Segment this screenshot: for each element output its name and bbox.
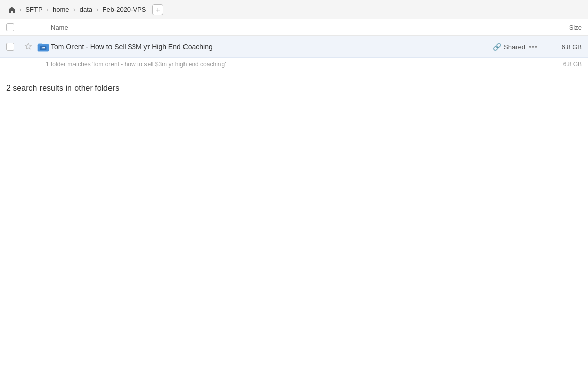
star-button[interactable] xyxy=(21,40,35,54)
add-tab-button[interactable]: + xyxy=(152,4,163,15)
home-icon[interactable] xyxy=(6,4,17,15)
more-options-button[interactable]: ••• xyxy=(525,40,541,54)
breadcrumb-feb2020vps[interactable]: Feb-2020-VPS xyxy=(100,5,148,14)
breadcrumb-sftp[interactable]: SFTP xyxy=(23,5,44,14)
breadcrumb-data[interactable]: data xyxy=(78,5,94,14)
other-results-heading: 2 search results in other folders xyxy=(0,71,588,99)
match-info-bar: 1 folder matches 'tom orent - how to sel… xyxy=(0,58,588,71)
breadcrumb-sep-1: › xyxy=(47,6,49,13)
breadcrumb-sep-0: › xyxy=(19,6,21,13)
link-icon: 🔗 xyxy=(493,43,501,51)
file-name[interactable]: Tom Orent - How to Sell $3M yr High End … xyxy=(51,43,464,51)
table-header: Name Size xyxy=(0,19,588,36)
select-all-checkbox[interactable] xyxy=(6,23,14,31)
table-row[interactable]: Tom Orent - How to Sell $3M yr High End … xyxy=(0,36,588,58)
match-text: 1 folder matches 'tom orent - how to sel… xyxy=(46,61,226,68)
shared-label: Shared xyxy=(504,43,525,51)
row-checkbox[interactable] xyxy=(6,43,14,51)
file-size: 6.8 GB xyxy=(541,43,582,51)
more-icon: ••• xyxy=(529,43,538,51)
breadcrumb: › SFTP › home › data › Feb-2020-VPS + xyxy=(6,4,163,15)
size-col-header[interactable]: Size xyxy=(541,24,582,31)
breadcrumb-sep-2: › xyxy=(73,6,75,13)
breadcrumb-sep-3: › xyxy=(96,6,98,13)
folder-icon xyxy=(35,39,51,54)
shared-badge: 🔗 Shared xyxy=(464,43,525,51)
breadcrumb-home[interactable]: home xyxy=(51,5,71,14)
name-col-header[interactable]: Name xyxy=(51,24,541,31)
match-size: 6.8 GB xyxy=(563,61,582,68)
breadcrumb-bar: › SFTP › home › data › Feb-2020-VPS + xyxy=(0,0,588,19)
